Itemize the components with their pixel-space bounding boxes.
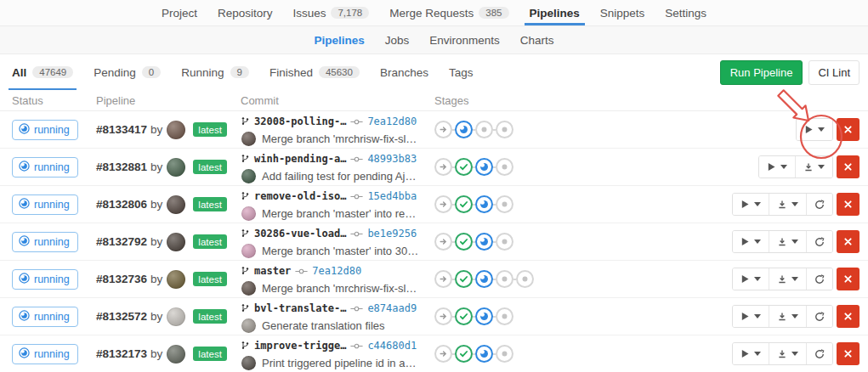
- stage-success-icon[interactable]: [455, 233, 473, 251]
- download-button[interactable]: [769, 343, 806, 364]
- stage-running-icon[interactable]: [475, 345, 493, 363]
- pipeline-id-link[interactable]: #8132173: [96, 347, 147, 360]
- stage-success-icon[interactable]: [455, 307, 473, 325]
- commit-message-link[interactable]: Merge branch 'mrchrisw-fix-sl…: [262, 132, 417, 145]
- stage-running-icon[interactable]: [455, 121, 473, 138]
- pipeline-id-link[interactable]: #8132792: [96, 235, 147, 248]
- stage-created-icon[interactable]: [496, 345, 513, 363]
- commit-author-avatar[interactable]: [241, 206, 256, 221]
- retry-button[interactable]: [806, 194, 832, 215]
- commit-message-link[interactable]: Add failing test for pending Aj…: [262, 170, 416, 183]
- filter-tab-pending[interactable]: Pending0: [83, 54, 171, 90]
- filter-tab-finished[interactable]: Finished45630: [259, 54, 370, 90]
- status-badge[interactable]: running: [12, 232, 78, 252]
- commit-author-avatar[interactable]: [241, 244, 256, 258]
- user-avatar[interactable]: [167, 195, 185, 214]
- cancel-pipeline-button[interactable]: [837, 193, 859, 216]
- filter-tab-running[interactable]: Running9: [171, 54, 259, 90]
- stage-skipped-icon[interactable]: [434, 158, 452, 176]
- commit-message-link[interactable]: Merge branch 'mrchrisw-fix-sl…: [262, 282, 417, 295]
- commit-hash-link[interactable]: 7ea12d80: [312, 265, 361, 277]
- stage-created-icon[interactable]: [496, 307, 513, 325]
- status-badge[interactable]: running: [12, 157, 78, 178]
- commit-author-avatar[interactable]: [241, 356, 256, 370]
- pipeline-id-link[interactable]: #8132881: [96, 161, 147, 173]
- filter-tab-tags[interactable]: Tags: [439, 54, 484, 90]
- play-button[interactable]: [733, 343, 769, 364]
- retry-button[interactable]: [806, 306, 832, 327]
- cancel-pipeline-button[interactable]: [837, 155, 859, 178]
- play-button[interactable]: [733, 306, 769, 327]
- branch-link[interactable]: remove-old-iso…: [254, 190, 346, 202]
- commit-message-link[interactable]: Generate translation files: [262, 319, 385, 332]
- user-avatar[interactable]: [167, 158, 185, 177]
- pipeline-id-link[interactable]: #8132806: [96, 198, 147, 211]
- stage-running-icon[interactable]: [475, 233, 493, 251]
- branch-link[interactable]: bvl-translate-…: [254, 302, 346, 314]
- commit-hash-link[interactable]: 48993b83: [367, 153, 417, 165]
- download-button[interactable]: [769, 306, 806, 327]
- stage-running-icon[interactable]: [475, 307, 493, 325]
- subnav-item-environments[interactable]: Environments: [419, 34, 510, 47]
- play-button[interactable]: [797, 119, 832, 140]
- subnav-item-pipelines[interactable]: Pipelines: [304, 34, 374, 47]
- commit-hash-link[interactable]: c44680d1: [367, 340, 417, 352]
- play-button[interactable]: [733, 268, 769, 290]
- download-button[interactable]: [769, 231, 806, 252]
- status-badge[interactable]: running: [12, 120, 78, 140]
- cancel-pipeline-button[interactable]: [837, 118, 859, 141]
- status-badge[interactable]: running: [12, 194, 78, 215]
- commit-message-link[interactable]: Merge branch 'master' into 30…: [262, 245, 418, 257]
- download-button[interactable]: [795, 156, 832, 178]
- cancel-pipeline-button[interactable]: [837, 305, 859, 328]
- stage-created-icon[interactable]: [496, 121, 513, 138]
- branch-link[interactable]: master: [254, 265, 291, 277]
- branch-link[interactable]: 30286-vue-load…: [254, 228, 346, 240]
- subnav-item-jobs[interactable]: Jobs: [375, 34, 420, 47]
- stage-skipped-icon[interactable]: [434, 345, 452, 363]
- commit-author-avatar[interactable]: [241, 318, 256, 333]
- retry-button[interactable]: [806, 268, 832, 290]
- pipeline-id-link[interactable]: #8133417: [96, 123, 147, 136]
- commit-message-link[interactable]: Print triggered pipeline id in a…: [262, 357, 416, 369]
- stage-skipped-icon[interactable]: [434, 233, 452, 251]
- download-button[interactable]: [769, 194, 806, 215]
- stage-success-icon[interactable]: [455, 270, 473, 288]
- commit-hash-link[interactable]: be1e9256: [367, 228, 417, 240]
- retry-button[interactable]: [806, 231, 832, 252]
- stage-created-icon[interactable]: [496, 233, 513, 251]
- stage-created-icon[interactable]: [496, 158, 513, 176]
- cancel-pipeline-button[interactable]: [837, 230, 859, 253]
- status-badge[interactable]: running: [12, 269, 78, 290]
- stage-skipped-icon[interactable]: [434, 270, 452, 288]
- commit-hash-link[interactable]: e874aad9: [367, 302, 417, 314]
- branch-link[interactable]: winh-pending-a…: [254, 153, 346, 165]
- status-badge[interactable]: running: [12, 307, 78, 327]
- pipeline-id-link[interactable]: #8132736: [96, 273, 147, 285]
- retry-button[interactable]: [806, 343, 832, 364]
- commit-author-avatar[interactable]: [241, 132, 256, 146]
- stage-created-icon[interactable]: [516, 270, 534, 288]
- pipeline-id-link[interactable]: #8132572: [96, 310, 147, 323]
- topnav-item-settings[interactable]: Settings: [655, 0, 717, 25]
- cancel-pipeline-button[interactable]: [837, 268, 859, 290]
- play-button[interactable]: [733, 231, 769, 252]
- stage-success-icon[interactable]: [455, 345, 473, 363]
- topnav-item-issues[interactable]: Issues7,178: [282, 0, 379, 25]
- topnav-item-snippets[interactable]: Snippets: [590, 0, 655, 25]
- stage-created-icon[interactable]: [496, 195, 513, 213]
- user-avatar[interactable]: [167, 233, 185, 251]
- play-button[interactable]: [759, 156, 795, 178]
- commit-author-avatar[interactable]: [241, 169, 256, 183]
- branch-link[interactable]: improve-trigge…: [254, 340, 346, 352]
- status-badge[interactable]: running: [12, 344, 78, 364]
- filter-tab-branches[interactable]: Branches: [370, 54, 439, 90]
- stage-running-icon[interactable]: [475, 195, 493, 213]
- stage-skipped-icon[interactable]: [434, 195, 452, 213]
- stage-running-icon[interactable]: [475, 158, 493, 176]
- commit-hash-link[interactable]: 7ea12d80: [367, 116, 417, 127]
- user-avatar[interactable]: [167, 345, 185, 364]
- commit-author-avatar[interactable]: [241, 281, 256, 296]
- topnav-item-merge-requests[interactable]: Merge Requests385: [379, 0, 519, 25]
- topnav-item-repository[interactable]: Repository: [207, 0, 283, 25]
